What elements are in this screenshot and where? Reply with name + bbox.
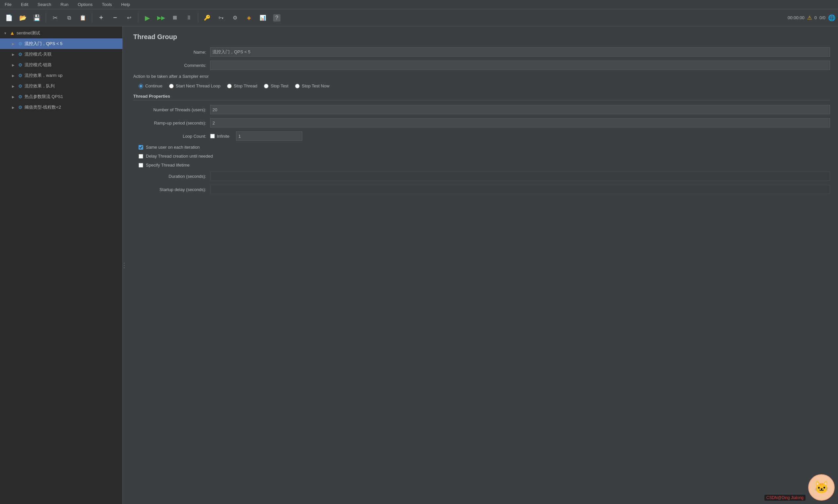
stop-all-icon: ⏸ <box>186 14 192 21</box>
main-layout: ▼ ▲ sentinel测试 ▶ ⚙ 流控入门，QPS < 5 ▶ ⚙ 流控模式… <box>0 26 838 504</box>
specify-lifetime-checkbox[interactable] <box>139 163 143 167</box>
startup-delay-input[interactable] <box>210 185 830 194</box>
radio-start-next-input[interactable] <box>169 84 174 88</box>
error-count: 0 <box>815 15 817 20</box>
new-button[interactable]: 📄 <box>3 12 15 24</box>
add-button[interactable]: + <box>95 12 107 24</box>
cut-button[interactable]: ✂ <box>49 12 61 24</box>
item7-gear-icon: ⚙ <box>17 104 23 110</box>
item4-label: 流控效果，warm up <box>24 73 122 78</box>
help-button[interactable]: ? <box>271 12 283 24</box>
run-all-button[interactable]: ▶▶ <box>155 12 167 24</box>
radio-stop-thread[interactable]: Stop Thread <box>227 84 257 88</box>
toolbar-separator-1 <box>46 13 46 23</box>
settings-button[interactable]: ⚙ <box>229 12 241 24</box>
menu-edit[interactable]: Edit <box>19 1 30 7</box>
action-description-label: Action to be taken after a Sampler error <box>133 74 209 79</box>
table-button[interactable]: 📊 <box>257 12 269 24</box>
open-button[interactable]: 📂 <box>17 12 29 24</box>
save-button[interactable]: 💾 <box>31 12 43 24</box>
radio-continue-input[interactable] <box>139 84 143 88</box>
script1-button[interactable]: 🔑 <box>201 12 213 24</box>
radio-continue[interactable]: Continue <box>139 84 163 88</box>
action-section: Action to be taken after a Sampler error… <box>133 74 830 88</box>
script1-icon: 🔑 <box>204 15 210 21</box>
sidebar-item-threshold[interactable]: ▶ ⚙ 阈值类型-线程数<2 <box>0 102 122 113</box>
paste-icon: 📋 <box>80 15 86 21</box>
comments-input[interactable] <box>210 60 830 70</box>
action-row: Action to be taken after a Sampler error <box>133 74 830 79</box>
tree-root-item[interactable]: ▼ ▲ sentinel测试 <box>0 28 122 38</box>
stop-icon: ⏹ <box>172 14 178 21</box>
sidebar-item-hotspot[interactable]: ▶ ⚙ 热点参数限流 QPS1 <box>0 91 122 102</box>
sidebar-item-queue[interactable]: ▶ ⚙ 流控效果，队列 <box>0 81 122 91</box>
script2-button[interactable]: 🗝 <box>215 12 227 24</box>
duration-input[interactable] <box>210 172 830 181</box>
infinite-label: Infinite <box>217 134 229 139</box>
elapsed-time: 00:00:00 <box>788 15 805 20</box>
root-arrow-down: ▼ <box>3 31 8 36</box>
table-icon: 📊 <box>259 15 266 21</box>
root-label: sentinel测试 <box>17 30 122 36</box>
radio-stop-thread-label: Stop Thread <box>234 84 257 88</box>
rampup-row: Ramp-up period (seconds): <box>133 118 830 127</box>
radio-continue-label: Continue <box>145 84 163 88</box>
sidebar-item-qps5[interactable]: ▶ ⚙ 流控入门，QPS < 5 <box>0 38 122 49</box>
item7-arrow: ▶ <box>11 105 16 110</box>
remove-button[interactable]: − <box>109 12 121 24</box>
warning-icon: ⚠ <box>807 15 812 21</box>
menu-tools[interactable]: Tools <box>100 1 114 7</box>
resize-dot-3 <box>124 267 125 268</box>
copy-icon: ⧉ <box>67 15 71 21</box>
infinite-checkbox-label[interactable]: Infinite <box>210 134 229 139</box>
menu-options[interactable]: Options <box>75 1 95 7</box>
sidebar-item-warmup[interactable]: ▶ ⚙ 流控效果，warm up <box>0 70 122 81</box>
toolbar-separator-2 <box>92 13 92 23</box>
root-icon: ▲ <box>9 30 15 36</box>
item5-arrow: ▶ <box>11 84 16 89</box>
radio-stop-test[interactable]: Stop Test <box>264 84 288 88</box>
infinite-checkbox[interactable] <box>210 134 215 139</box>
run-button[interactable]: ▶ <box>141 12 153 24</box>
radio-stop-test-now-input[interactable] <box>295 84 300 88</box>
paste-button[interactable]: 📋 <box>76 12 89 24</box>
tree: ▼ ▲ sentinel测试 ▶ ⚙ 流控入门，QPS < 5 ▶ ⚙ 流控模式… <box>0 26 122 114</box>
stop-button[interactable]: ⏹ <box>169 12 181 24</box>
loop-count-input[interactable] <box>236 131 302 141</box>
menu-search[interactable]: Search <box>35 1 53 7</box>
remote-button[interactable]: ◈ <box>243 12 255 24</box>
item3-arrow: ▶ <box>11 62 16 68</box>
sidebar-item-mode-chain[interactable]: ▶ ⚙ 流控模式-链路 <box>0 60 122 70</box>
radio-stop-test-now[interactable]: Stop Test Now <box>295 84 329 88</box>
radio-start-next[interactable]: Start Next Thread Loop <box>169 84 220 88</box>
resize-handle[interactable] <box>123 26 125 504</box>
menu-run[interactable]: Run <box>59 1 71 7</box>
startup-delay-label: Startup delay (seconds): <box>133 187 206 192</box>
toolbar-separator-3 <box>138 13 138 23</box>
num-threads-input[interactable] <box>210 105 830 114</box>
name-input[interactable] <box>210 47 830 57</box>
name-row: Name: <box>133 47 830 57</box>
undo-button[interactable]: ↩ <box>123 12 135 24</box>
duration-label: Duration (seconds): <box>133 174 206 179</box>
delay-thread-checkbox[interactable] <box>139 154 143 159</box>
comments-row: Comments: <box>133 60 830 70</box>
remove-icon: − <box>113 14 117 21</box>
thread-ratio: 0/0 <box>819 15 825 20</box>
script2-icon: 🗝 <box>219 15 224 21</box>
radio-stop-test-label: Stop Test <box>271 84 288 88</box>
item1-gear-icon: ⚙ <box>17 41 23 47</box>
radio-stop-test-input[interactable] <box>264 84 269 88</box>
menu-help[interactable]: Help <box>119 1 132 7</box>
menu-file[interactable]: File <box>3 1 14 7</box>
help-icon: ? <box>273 14 280 21</box>
stop-all-button[interactable]: ⏸ <box>183 12 195 24</box>
same-user-checkbox[interactable] <box>139 145 143 150</box>
item6-arrow: ▶ <box>11 94 16 100</box>
delay-thread-label: Delay Thread creation until needed <box>146 154 213 159</box>
rampup-input[interactable] <box>210 118 830 127</box>
sidebar-item-mode-assoc[interactable]: ▶ ⚙ 流控模式-关联 <box>0 49 122 60</box>
radio-stop-thread-input[interactable] <box>227 84 232 88</box>
panel-title: Thread Group <box>133 33 830 41</box>
copy-button[interactable]: ⧉ <box>63 12 75 24</box>
